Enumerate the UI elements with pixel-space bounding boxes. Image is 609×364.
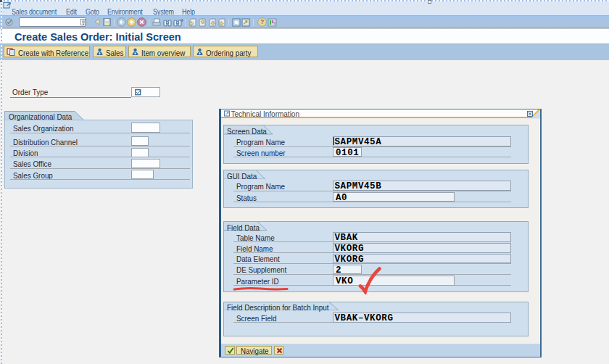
svg-text:?: ? bbox=[260, 18, 263, 25]
